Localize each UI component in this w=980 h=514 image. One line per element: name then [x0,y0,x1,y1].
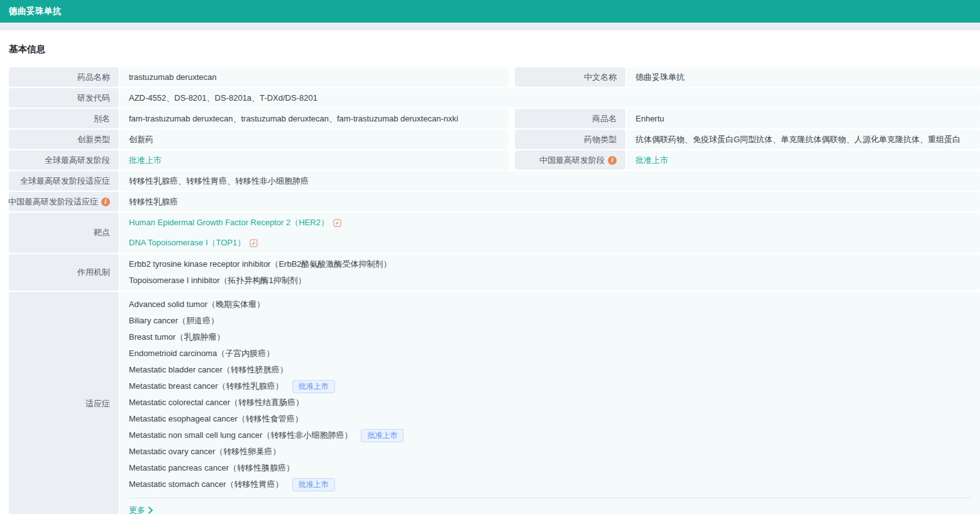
indication-text: Biliary cancer（胆道癌） [129,315,219,327]
targets-label: 靶点 [9,213,119,253]
row-global-phase-indications: 全球最高研发阶段适应症 转移性乳腺癌、转移性胃癌、转移性非小细胞肺癌 [9,171,980,191]
china-phase-label: 中国最高研发阶段 [539,155,605,166]
china-phase-label-cell: 中国最高研发阶段 [515,150,625,170]
pen-edit-icon[interactable] [333,219,341,227]
row-alias: 别名 fam-trastuzumab deruxtecan、trastuzuma… [9,109,980,128]
drug-name-value: trastuzumab deruxtecan [120,67,509,87]
indications-cell: Advanced solid tumor（晚期实体瘤） Biliary canc… [120,292,980,514]
indication-text: Metastatic stomach cancer（转移性胃癌） [129,479,284,490]
target-link-top1[interactable]: DNA Topoisomerase I（TOP1） [129,237,245,249]
divider [129,498,971,498]
cn-name-value: 德曲妥珠单抗 [627,67,980,87]
indication-item: Metastatic bladder cancer（转移性膀胱癌） [129,362,971,378]
indication-item: Metastatic colorectal cancer（转移性结直肠癌） [129,394,971,411]
global-phase-indications-value: 转移性乳腺癌、转移性胃癌、转移性非小细胞肺癌 [120,171,980,191]
moa-cell: Erbb2 tyrosine kinase receptor inhibitor… [120,254,980,291]
indication-text: Advanced solid tumor（晚期实体瘤） [129,299,265,310]
drug-type-label: 药物类型 [515,130,625,149]
more-link[interactable]: 更多 [129,505,971,514]
indication-item: Metastatic stomach cancer（转移性胃癌） 批准上市 [129,476,971,493]
row-highest-phase: 全球最高研发阶段 批准上市 中国最高研发阶段 批准上市 [9,150,980,170]
row-indications: 适应症 Advanced solid tumor（晚期实体瘤） Biliary … [9,292,980,514]
row-innovation-type: 创新类型 创新药 药物类型 抗体偶联药物、免疫球蛋白G同型抗体、单克隆抗体偶联物… [9,130,980,149]
row-china-phase-indications: 中国最高研发阶段适应症 转移性乳腺癌 [9,192,980,211]
china-phase-cell: 批准上市 [627,150,980,170]
moa-item: Erbb2 tyrosine kinase receptor inhibitor… [129,256,971,272]
trade-name-label: 商品名 [515,109,625,128]
drug-name-label: 药品名称 [9,67,119,87]
chevron-right-icon [147,506,154,514]
info-icon[interactable] [608,156,617,165]
sub-header-strip [0,23,980,30]
china-phase-indications-label-cell: 中国最高研发阶段适应症 [9,192,119,211]
approval-status-badge: 批准上市 [361,429,404,442]
innovation-type-label: 创新类型 [9,130,119,149]
target-item: Human Epidermal Growth Factor Receptor 2… [129,213,971,233]
target-item: DNA Topoisomerase I（TOP1） [129,233,971,253]
moa-item: Topoisomerase I inhibitor（拓扑异构酶1抑制剂） [129,272,971,289]
alias-label: 别名 [9,109,119,128]
section-title-basic-info: 基本信息 [9,43,980,55]
indication-text: Metastatic pancreas cancer（转移性胰腺癌） [129,462,294,474]
info-icon[interactable] [101,198,110,206]
indication-item: Endometrioid carcinoma（子宫内膜癌） [129,345,971,362]
indication-text: Metastatic colorectal cancer（转移性结直肠癌） [129,397,304,408]
cn-name-label: 中文名称 [515,67,625,87]
indication-item: Metastatic esophageal cancer（转移性食管癌） [129,411,971,427]
row-targets: 靶点 Human Epidermal Growth Factor Recepto… [9,213,980,253]
indication-item: Metastatic breast cancer（转移性乳腺癌） 批准上市 [129,378,971,394]
global-phase-link[interactable]: 批准上市 [129,155,162,166]
indication-text: Metastatic breast cancer（转移性乳腺癌） [129,381,284,392]
targets-cell: Human Epidermal Growth Factor Receptor 2… [120,213,980,253]
global-phase-cell: 批准上市 [120,150,509,170]
indication-text: Metastatic esophageal cancer（转移性食管癌） [129,413,303,425]
row-moa: 作用机制 Erbb2 tyrosine kinase receptor inhi… [9,254,980,291]
indication-item: Metastatic non small cell lung cancer（转移… [129,427,971,444]
indication-text: Metastatic non small cell lung cancer（转移… [129,430,352,441]
innovation-type-value: 创新药 [120,130,509,149]
more-link-label: 更多 [129,505,145,514]
approval-status-badge: 批准上市 [292,478,335,491]
row-drug-name: 药品名称 trastuzumab deruxtecan 中文名称 德曲妥珠单抗 [9,67,980,87]
global-phase-label: 全球最高研发阶段 [9,150,119,170]
indication-item: Biliary cancer（胆道癌） [129,313,971,329]
indication-item: Advanced solid tumor（晚期实体瘤） [129,296,971,313]
rnd-code-value: AZD-4552、DS-8201、DS-8201a、T-DXd/DS-8201 [120,88,980,108]
trade-name-value: Enhertu [627,109,980,128]
target-link-her2[interactable]: Human Epidermal Growth Factor Receptor 2… [129,217,329,228]
top-title-bar: 德曲妥珠单抗 [0,0,980,23]
china-phase-indications-value: 转移性乳腺癌 [120,192,980,211]
page-title: 德曲妥珠单抗 [9,6,62,17]
drug-type-value: 抗体偶联药物、免疫球蛋白G同型抗体、单克隆抗体偶联物、人源化单克隆抗体、重组蛋白 [627,130,980,149]
indication-text: Endometrioid carcinoma（子宫内膜癌） [129,348,274,359]
global-phase-indications-label: 全球最高研发阶段适应症 [9,171,119,191]
rnd-code-label: 研发代码 [9,88,119,108]
indication-item: Metastatic ovary cancer（转移性卵巢癌） [129,444,971,460]
indication-item: Breast tumor（乳腺肿瘤） [129,329,971,345]
pen-edit-icon[interactable] [250,239,258,247]
indication-item: Metastatic pancreas cancer（转移性胰腺癌） [129,460,971,476]
basic-info-table: 药品名称 trastuzumab deruxtecan 中文名称 德曲妥珠单抗 … [9,67,980,514]
indication-text: Breast tumor（乳腺肿瘤） [129,332,224,343]
approval-status-badge: 批准上市 [292,380,335,393]
alias-value: fam-trastuzumab deruxtecan、trastuzumab d… [120,109,509,128]
moa-label: 作用机制 [9,254,119,291]
china-phase-indications-label: 中国最高研发阶段适应症 [8,196,98,208]
china-phase-link[interactable]: 批准上市 [636,155,668,166]
indication-text: Metastatic ovary cancer（转移性卵巢癌） [129,446,280,457]
indications-label: 适应症 [9,292,119,514]
row-rnd-code: 研发代码 AZD-4552、DS-8201、DS-8201a、T-DXd/DS-… [9,88,980,108]
indication-text: Metastatic bladder cancer（转移性膀胱癌） [129,364,288,376]
